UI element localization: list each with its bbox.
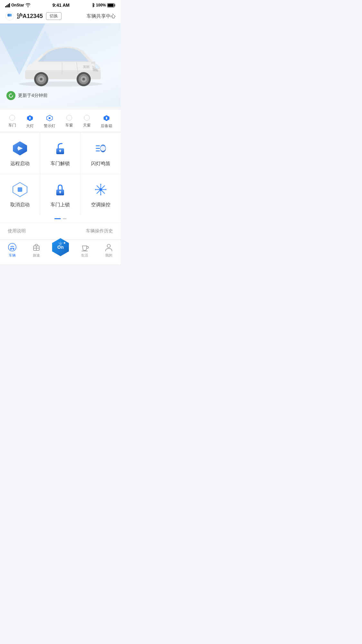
sunroof-label: 天窗 <box>83 123 91 128</box>
svg-point-5 <box>10 14 12 17</box>
door-lock-label: 车门上锁 <box>51 202 70 208</box>
page-dot-1[interactable] <box>54 218 61 219</box>
status-left: OnStar <box>5 3 31 7</box>
ac-control-icon <box>92 181 109 198</box>
door-lock-button[interactable]: 车门上锁 <box>40 174 80 215</box>
tab-vehicle[interactable]: 车辆 <box>0 243 24 258</box>
status-item-window[interactable]: 车窗 <box>65 115 73 129</box>
svg-text:英朗: 英朗 <box>83 65 89 69</box>
tab-travel[interactable]: 旅途 <box>24 243 48 258</box>
door-unlock-icon <box>52 140 69 157</box>
header: 沪A12345 切换 车辆共享中心 <box>0 9 121 23</box>
remote-start-icon <box>12 140 28 157</box>
bluetooth-icon <box>91 3 95 7</box>
switch-button[interactable]: 切换 <box>46 12 61 20</box>
svg-point-51 <box>10 248 12 250</box>
status-item-door[interactable]: 车门 <box>8 115 16 129</box>
door-unlock-button[interactable]: 车门解锁 <box>40 133 80 174</box>
svg-point-61 <box>107 244 110 247</box>
tab-vehicle-label: 车辆 <box>9 253 16 258</box>
onstar-tab-icon: On ★ <box>51 238 70 257</box>
car-image: 英朗 <box>9 33 112 88</box>
battery-percent: 100% <box>96 3 106 7</box>
control-grid: 远程启动 车门解锁 <box>0 133 121 215</box>
svg-point-48 <box>95 189 96 190</box>
ac-control-button[interactable]: 空调操控 <box>80 174 121 215</box>
tab-bar: 车辆 旅途 On ★ <box>0 240 121 264</box>
signal-icon <box>5 3 10 7</box>
refresh-icon <box>6 91 15 100</box>
update-text: 更新于4分钟前 <box>18 93 48 98</box>
flash-horn-label: 闪灯鸣笛 <box>91 161 110 167</box>
svg-rect-20 <box>29 117 31 119</box>
door-unlock-label: 车门解锁 <box>51 161 70 167</box>
window-label: 车窗 <box>65 123 73 128</box>
svg-rect-1 <box>108 4 114 7</box>
operation-history-link[interactable]: 车辆操作历史 <box>86 228 113 234</box>
hazard-dot <box>46 115 53 121</box>
svg-point-45 <box>99 188 102 191</box>
cancel-start-button[interactable]: 取消启动 <box>0 174 40 215</box>
status-indicators: 车门 大灯 警示灯 车窗 天窗 <box>0 110 121 131</box>
status-item-hazard[interactable]: 警示灯 <box>44 115 55 129</box>
tab-life[interactable]: 生活 <box>72 243 97 258</box>
tab-life-label: 生活 <box>81 253 88 258</box>
carrier-label: OnStar <box>11 3 24 7</box>
status-bar: OnStar 9:41 AM 100% <box>0 0 121 9</box>
remote-start-label: 远程启动 <box>10 161 30 167</box>
status-item-sunroof[interactable]: 天窗 <box>83 115 91 129</box>
svg-point-49 <box>105 189 107 190</box>
travel-tab-icon <box>32 243 41 252</box>
door-label: 车门 <box>8 123 16 128</box>
bottom-links: 使用说明 车辆操作历史 <box>0 223 121 239</box>
hazard-label: 警示灯 <box>44 123 55 129</box>
trunk-label: 后备箱 <box>101 123 112 129</box>
ac-control-label: 空调操控 <box>91 202 110 208</box>
pagination <box>0 215 121 222</box>
hero-section: 英朗 更新于4分钟前 <box>0 23 121 107</box>
tab-profile-label: 我的 <box>105 253 112 258</box>
window-dot <box>66 115 72 121</box>
share-center-link[interactable]: 车辆共享中心 <box>87 13 116 19</box>
sunroof-dot <box>84 115 90 121</box>
car-image-container: 英朗 <box>0 23 121 91</box>
door-dot <box>9 115 15 121</box>
svg-rect-40 <box>60 192 61 193</box>
tab-travel-label: 旅途 <box>33 253 40 258</box>
svg-rect-30 <box>60 151 61 152</box>
svg-point-35 <box>100 146 106 151</box>
svg-point-46 <box>100 184 101 185</box>
profile-tab-icon <box>104 243 113 252</box>
tab-onstar[interactable]: On ★ <box>48 238 72 257</box>
headlight-dot <box>27 115 33 121</box>
car-tab-icon <box>8 243 17 252</box>
svg-point-11 <box>40 78 42 80</box>
svg-point-22 <box>49 117 51 119</box>
buick-logo <box>5 12 14 21</box>
life-tab-icon <box>80 243 89 252</box>
status-item-headlight[interactable]: 大灯 <box>26 115 34 129</box>
door-lock-icon <box>52 181 69 198</box>
trunk-dot <box>103 115 110 121</box>
flash-horn-button[interactable]: 闪灯鸣笛 <box>80 133 121 174</box>
wifi-icon <box>25 3 31 7</box>
plate-number: 沪A12345 <box>17 12 43 20</box>
svg-text:★: ★ <box>63 241 66 245</box>
svg-rect-37 <box>18 187 22 192</box>
status-right: 100% <box>91 3 116 7</box>
status-item-trunk[interactable]: 后备箱 <box>101 115 112 129</box>
cancel-start-label: 取消启动 <box>10 202 30 208</box>
update-status[interactable]: 更新于4分钟前 <box>0 91 121 100</box>
page-dot-2[interactable] <box>63 218 67 219</box>
usage-instructions-link[interactable]: 使用说明 <box>8 228 26 234</box>
status-time: 9:41 AM <box>52 3 70 8</box>
svg-point-52 <box>13 248 14 250</box>
svg-rect-27 <box>17 147 18 149</box>
flash-horn-icon <box>92 140 109 157</box>
svg-point-47 <box>100 194 101 195</box>
cancel-start-icon <box>12 181 28 198</box>
remote-start-button[interactable]: 远程启动 <box>0 133 40 174</box>
svg-text:On: On <box>57 244 63 249</box>
tab-profile[interactable]: 我的 <box>97 243 121 258</box>
headlight-label: 大灯 <box>26 123 34 129</box>
